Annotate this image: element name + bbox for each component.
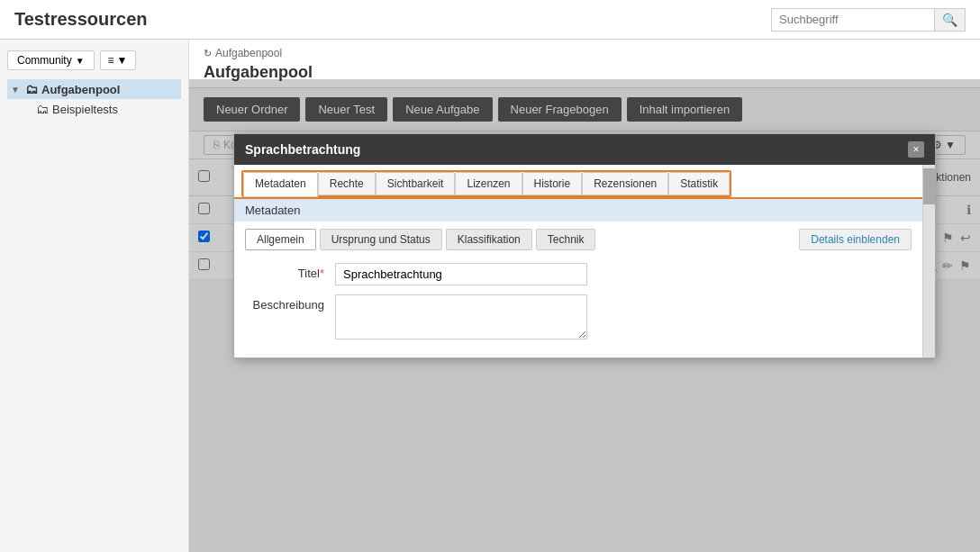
folder-child-icon: 🗂 [36,102,49,116]
form-row-title: Titel* [245,263,912,285]
tab-rechte[interactable]: Rechte [318,172,376,195]
sub-tab-allgemein[interactable]: Allgemein [245,229,316,250]
tree-item-root[interactable]: ▼ 🗂 Aufgabenpool [7,79,181,99]
menu-icon: ≡ [108,54,114,67]
form-row-description: Beschreibung [245,294,912,339]
breadcrumb: ↻ Aufgabenpool [204,47,966,59]
tab-statistik[interactable]: Statistik [668,172,730,195]
sidebar-toolbar: Community ▼ ≡ ▼ [0,47,188,74]
search-button[interactable]: 🔍 [934,9,965,31]
tab-historie[interactable]: Historie [522,172,583,195]
description-textarea[interactable] [335,294,587,339]
required-marker: * [320,267,324,280]
search-input[interactable] [772,9,934,30]
tree-area: ▼ 🗂 Aufgabenpool 🗂 Beispieltests [0,74,188,124]
form-area: Titel* Beschreibung [234,254,922,357]
app-title: Testressourcen [14,9,147,30]
modal-section-title: Metadaten [234,199,922,222]
modal-scrollbar[interactable] [922,165,935,357]
sub-tabs: Allgemein Ursprung und Status Klassifika… [234,222,922,254]
modal-close-button[interactable]: × [908,141,924,158]
tab-rezensionen[interactable]: Rezensionen [582,172,668,195]
page-title: Aufgabenpool [204,63,313,81]
modal-content: Metadaten Rechte Sichtbarkeit Lizenzen [234,165,922,357]
breadcrumb-label: Aufgabenpool [215,47,282,59]
title-label: Titel* [245,263,335,280]
sub-tab-ursprung[interactable]: Ursprung und Status [320,229,442,250]
description-label: Beschreibung [245,294,335,312]
refresh-icon: ↻ [204,48,212,59]
tab-lizenzen[interactable]: Lizenzen [455,172,522,195]
tree-expand-icon: ▼ [11,85,22,95]
folder-icon: 🗂 [25,82,38,96]
modal-overlay: Sprachbetrachtung × Metadaten Rec [189,79,980,552]
content-area: ↻ Aufgabenpool Aufgabenpool Neuer Ordner… [189,40,980,552]
header: Testressourcen 🔍 [0,0,980,40]
community-label: Community [17,54,72,67]
menu-button[interactable]: ≡ ▼ [100,50,136,70]
tree-child-label: Beispieltests [52,103,118,116]
modal-body: Metadaten Rechte Sichtbarkeit Lizenzen [234,165,935,357]
modal-header: Sprachbetrachtung × [234,134,935,165]
sub-tabs-left: Allgemein Ursprung und Status Klassifika… [245,229,595,250]
chevron-down-icon: ▼ [76,56,85,66]
main-layout: Community ▼ ≡ ▼ ▼ 🗂 Aufgabenpool 🗂 Beisp… [0,40,980,552]
sub-tab-technik[interactable]: Technik [536,229,596,250]
community-dropdown[interactable]: Community ▼ [7,50,95,70]
tab-sichtbarkeit[interactable]: Sichtbarkeit [376,172,456,195]
modal: Sprachbetrachtung × Metadaten Rec [233,133,936,358]
menu-chevron-icon: ▼ [117,54,128,67]
tree-root-label: Aufgabenpool [41,83,120,96]
tab-metadaten[interactable]: Metadaten [243,172,318,197]
title-input[interactable] [335,263,587,285]
sidebar: Community ▼ ≡ ▼ ▼ 🗂 Aufgabenpool 🗂 Beisp… [0,40,189,552]
scrollbar-thumb [923,168,936,204]
tree-item-child[interactable]: 🗂 Beispieltests [32,99,181,119]
details-button[interactable]: Details einblenden [799,229,912,250]
sub-tab-klassifikation[interactable]: Klassifikation [446,229,532,250]
search-box: 🔍 [771,8,966,32]
modal-title: Sprachbetrachtung [245,142,360,157]
tree-child-area: 🗂 Beispieltests [32,99,181,119]
